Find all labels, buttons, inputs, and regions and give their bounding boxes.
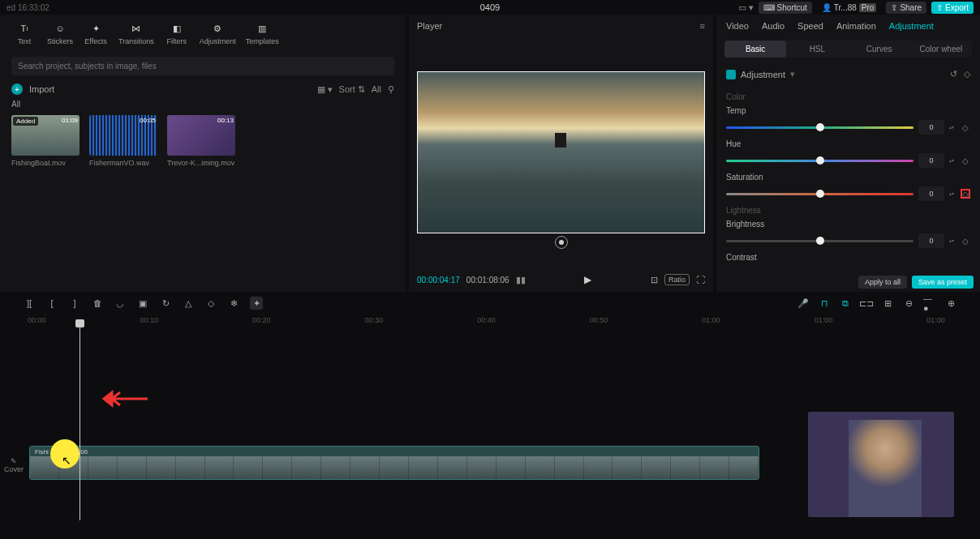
hue-keyframe-icon[interactable]: ◇ xyxy=(961,156,970,165)
video-clip[interactable]: Fishi00:01:08:06 xyxy=(29,446,759,480)
tab-animation[interactable]: Animation xyxy=(836,21,876,31)
delete-tool[interactable]: 🗑 xyxy=(91,297,104,310)
color-section-label: Color xyxy=(726,92,970,101)
subtab-basic[interactable]: Basic xyxy=(724,41,786,58)
layout-icon[interactable]: ▭ ▾ xyxy=(738,2,754,13)
play-button[interactable]: ▶ xyxy=(584,274,591,285)
subtab-curves[interactable]: Curves xyxy=(849,41,910,58)
mic-icon[interactable]: 🎤 xyxy=(797,297,810,310)
import-plus-icon[interactable]: + xyxy=(11,83,23,95)
crop-tool[interactable]: ▣ xyxy=(136,297,149,310)
adjustment-tool[interactable]: ⚙Adjustment xyxy=(195,18,241,49)
saturation-stepper[interactable]: ▴▾ xyxy=(949,191,956,196)
import-label[interactable]: Import xyxy=(29,84,54,94)
ratio-button[interactable]: Ratio xyxy=(664,274,690,285)
reverse-tool[interactable]: ↻ xyxy=(159,297,172,310)
fullscreen-icon[interactable]: ⛶ xyxy=(696,275,705,284)
annotation-arrow xyxy=(101,389,149,409)
rotate-tool[interactable]: ◇ xyxy=(204,297,217,310)
saturation-value[interactable]: 0 xyxy=(918,186,944,201)
zoom-slider[interactable]: —● xyxy=(923,297,936,310)
filter-icon[interactable]: ⚲ xyxy=(388,84,394,95)
video-preview[interactable] xyxy=(417,71,705,233)
temp-value[interactable]: 0 xyxy=(918,120,944,135)
mirror-tool[interactable]: △ xyxy=(182,297,195,310)
track-icon[interactable]: ⊞ xyxy=(881,297,894,310)
trim-right-tool[interactable]: ] xyxy=(68,297,81,310)
export-button[interactable]: ⇧ Export xyxy=(931,2,974,14)
saturation-label: Saturation xyxy=(726,173,970,182)
tab-speed[interactable]: Speed xyxy=(797,21,823,31)
sort-button[interactable]: Sort ⇅ xyxy=(339,84,365,95)
link-icon[interactable]: ⧉ xyxy=(839,297,852,310)
magnet-icon[interactable]: ⊓ xyxy=(818,297,831,310)
record-button[interactable] xyxy=(555,236,568,249)
transitions-tool[interactable]: ⋈Transitions xyxy=(114,18,159,49)
brightness-slider[interactable] xyxy=(726,240,913,242)
keyframe-all-icon[interactable]: ◇ xyxy=(964,69,970,79)
temp-label: Temp xyxy=(726,106,970,115)
apply-to-all-button[interactable]: Apply to all xyxy=(858,276,907,289)
marker-tool[interactable]: ◡ xyxy=(114,297,127,310)
tab-audio[interactable]: Audio xyxy=(762,21,784,31)
volume-icon[interactable]: ▮▮ xyxy=(516,275,526,285)
text-tool[interactable]: TIText xyxy=(6,18,42,49)
share-button[interactable]: ⇪ Share xyxy=(886,2,926,14)
player-title: Player xyxy=(417,21,442,31)
save-preset-button[interactable]: Save as preset xyxy=(912,276,974,289)
adjustment-header-label: Adjustment xyxy=(741,70,785,79)
media-item[interactable]: 00:05 FishermanVO.wav xyxy=(89,115,157,167)
subtab-colorwheel[interactable]: Color wheel xyxy=(910,41,972,58)
effects-tool[interactable]: ✦Effects xyxy=(78,18,114,49)
templates-tool[interactable]: ▥Templates xyxy=(241,18,284,49)
freeze-tool[interactable]: ❄ xyxy=(227,297,240,310)
view-grid-icon[interactable]: ▦ ▾ xyxy=(317,84,333,95)
all-tab[interactable]: All xyxy=(0,100,406,109)
reset-all-icon[interactable]: ↺ xyxy=(950,69,957,79)
hue-value[interactable]: 0 xyxy=(918,153,944,168)
mouse-cursor-icon: ↖ xyxy=(62,454,71,467)
filter-all-button[interactable]: All xyxy=(372,84,381,94)
hue-stepper[interactable]: ▴▾ xyxy=(949,158,956,163)
filters-tool[interactable]: ◧Filters xyxy=(159,18,195,49)
inspector-panel: Video Audio Speed Animation Adjustment B… xyxy=(716,15,980,292)
subtab-hsl[interactable]: HSL xyxy=(786,41,848,58)
brightness-keyframe-icon[interactable]: ◇ xyxy=(961,236,970,246)
shortcut-button[interactable]: ⌨ Shortcut xyxy=(759,2,812,14)
split-tool[interactable]: ][ xyxy=(23,297,36,310)
brightness-label: Brightness xyxy=(726,220,970,229)
search-input[interactable] xyxy=(11,57,394,75)
player-menu-icon[interactable]: ≡ xyxy=(700,21,705,31)
timeline-panel: ][ [ ] 🗑 ◡ ▣ ↻ △ ◇ ❄ ✦ 🎤 ⊓ ⧉ ⊏⊐ ⊞ ⊖ —● ⊕… xyxy=(0,292,980,539)
crop-icon[interactable]: ⊡ xyxy=(651,275,658,285)
contrast-label: Contrast xyxy=(726,253,970,262)
webcam-pip xyxy=(808,412,954,517)
media-item[interactable]: Added01:09 FishingBoat.mov xyxy=(11,115,80,167)
playhead[interactable] xyxy=(80,326,80,520)
cover-button[interactable]: ✎Cover xyxy=(3,457,24,473)
stickers-tool[interactable]: ☺Stickers xyxy=(42,18,78,49)
trim-left-tool[interactable]: [ xyxy=(45,297,58,310)
tab-video[interactable]: Video xyxy=(726,21,749,31)
hue-slider[interactable] xyxy=(726,160,913,162)
hue-label: Hue xyxy=(726,139,970,148)
temp-keyframe-icon[interactable]: ◇ xyxy=(961,122,970,132)
adjustment-checkbox[interactable] xyxy=(726,70,736,79)
zoom-in-icon[interactable]: ⊕ xyxy=(944,297,957,310)
tab-adjustment[interactable]: Adjustment xyxy=(889,21,934,31)
smart-tool[interactable]: ✦ xyxy=(250,297,263,310)
zoom-out-icon[interactable]: ⊖ xyxy=(902,297,915,310)
temp-stepper[interactable]: ▴▾ xyxy=(949,125,956,130)
user-chip[interactable]: 👤 Tr...88 Pro xyxy=(817,2,882,14)
brightness-value[interactable]: 0 xyxy=(918,233,944,248)
project-title: 0409 xyxy=(329,2,651,12)
saturation-keyframe-icon[interactable]: ◇ xyxy=(961,189,970,199)
saturation-slider[interactable] xyxy=(726,193,913,195)
brightness-stepper[interactable]: ▴▾ xyxy=(949,238,956,243)
total-time: 00:01:08:06 xyxy=(466,276,509,284)
temp-slider[interactable] xyxy=(726,126,913,129)
player-panel: Player ≡ 00:00:04:17 00:01:08:06 ▮▮ ▶ ⊡ … xyxy=(409,15,713,292)
media-item[interactable]: 00:13 Trevor-K...iming.mov xyxy=(167,115,235,167)
timeline-ruler[interactable]: 00:0000:1000:2000:3000:4000:5001:0001:00… xyxy=(0,314,980,326)
snap-icon[interactable]: ⊏⊐ xyxy=(860,297,873,310)
